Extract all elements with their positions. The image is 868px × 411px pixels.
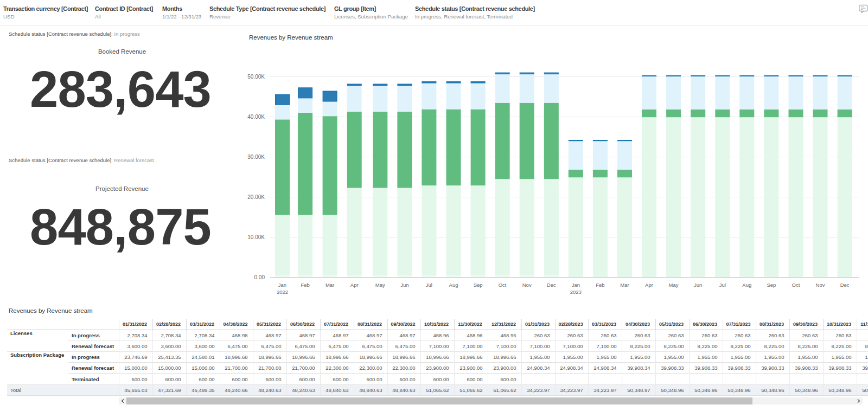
svg-text:Dec: Dec <box>840 282 850 288</box>
svg-text:2023: 2023 <box>570 289 582 295</box>
svg-text:Sep: Sep <box>474 282 483 288</box>
svg-text:Oct: Oct <box>792 282 800 288</box>
svg-text:0.00: 0.00 <box>254 274 265 280</box>
svg-text:Mar: Mar <box>620 282 629 288</box>
svg-text:10.00K: 10.00K <box>247 234 265 240</box>
svg-text:Jan: Jan <box>278 282 286 288</box>
svg-text:Jun: Jun <box>400 282 409 288</box>
svg-text:Sep: Sep <box>767 282 776 288</box>
svg-text:May: May <box>669 282 679 288</box>
svg-text:Jun: Jun <box>694 282 702 288</box>
svg-text:Oct: Oct <box>499 282 507 288</box>
svg-text:May: May <box>375 282 385 288</box>
svg-text:Dec: Dec <box>547 282 556 288</box>
svg-text:Feb: Feb <box>596 282 604 288</box>
svg-text:Jul: Jul <box>426 282 432 288</box>
svg-text:Mar: Mar <box>326 282 334 288</box>
svg-text:Aug: Aug <box>742 282 751 288</box>
svg-text:Feb: Feb <box>301 282 309 288</box>
svg-text:2022: 2022 <box>277 289 288 295</box>
svg-text:40.00K: 40.00K <box>247 114 265 120</box>
svg-text:Jan: Jan <box>572 282 580 288</box>
svg-text:Nov: Nov <box>816 282 825 288</box>
svg-text:Nov: Nov <box>522 282 532 288</box>
svg-text:Apr: Apr <box>645 282 653 288</box>
svg-text:30.00K: 30.00K <box>247 154 265 160</box>
svg-text:Aug: Aug <box>449 282 458 288</box>
svg-text:Jul: Jul <box>719 282 726 288</box>
svg-text:20.00K: 20.00K <box>247 194 265 200</box>
svg-text:Apr: Apr <box>350 282 359 288</box>
svg-text:50.00K: 50.00K <box>247 74 265 80</box>
